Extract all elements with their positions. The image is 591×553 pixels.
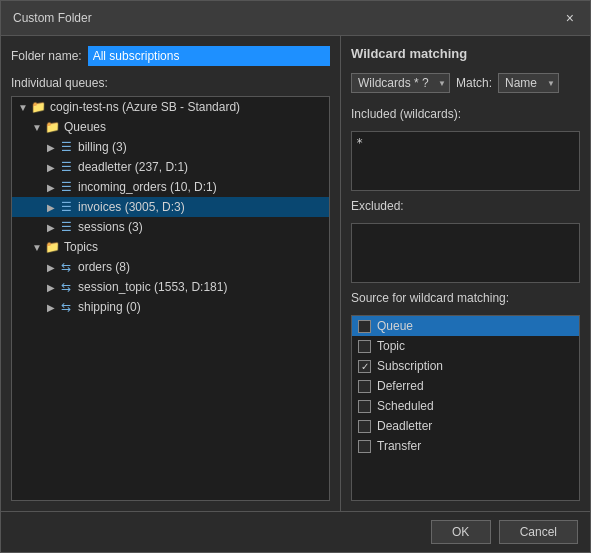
folder-name-row: Folder name: (11, 46, 330, 66)
source-item-label: Queue (377, 319, 413, 333)
deadletter-checkbox[interactable] (358, 420, 371, 433)
tree-label: Queues (64, 120, 106, 134)
wildcard-select-wrapper[interactable]: Wildcards * ? (351, 73, 450, 93)
source-item-label: Subscription (377, 359, 443, 373)
expand-arrow: ▶ (44, 182, 58, 193)
source-item-label: Deadletter (377, 419, 432, 433)
wildcard-section-title: Wildcard matching (351, 46, 580, 61)
topic-icon: ⇆ (58, 279, 74, 295)
dialog-title: Custom Folder (13, 11, 92, 25)
subscription-checkbox[interactable]: ✓ (358, 360, 371, 373)
expand-arrow: ▼ (16, 102, 30, 113)
source-item-queue[interactable]: Queue (352, 316, 579, 336)
close-button[interactable]: × (562, 9, 578, 27)
source-item-label: Topic (377, 339, 405, 353)
tree-item[interactable]: ▶ ⇆ shipping (0) (12, 297, 329, 317)
included-textarea[interactable]: * (351, 131, 580, 191)
excluded-label: Excluded: (351, 199, 580, 213)
transfer-checkbox[interactable] (358, 440, 371, 453)
source-item-label: Scheduled (377, 399, 434, 413)
source-item-label: Transfer (377, 439, 421, 453)
source-label: Source for wildcard matching: (351, 291, 580, 305)
topic-checkbox[interactable] (358, 340, 371, 353)
expand-arrow: ▶ (44, 262, 58, 273)
deferred-checkbox[interactable] (358, 380, 371, 393)
included-label: Included (wildcards): (351, 107, 580, 121)
ok-button[interactable]: OK (431, 520, 491, 544)
tree-item[interactable]: ▼ 📁 cogin-test-ns (Azure SB - Standard) (12, 97, 329, 117)
source-item-transfer[interactable]: Transfer (352, 436, 579, 456)
folder-icon: 📁 (44, 239, 60, 255)
custom-folder-dialog: Custom Folder × Folder name: Individual … (0, 0, 591, 553)
tree-item[interactable]: ▶ ☰ billing (3) (12, 137, 329, 157)
tree-label: session_topic (1553, D:181) (78, 280, 227, 294)
tree-label: invoices (3005, D:3) (78, 200, 185, 214)
source-item-label: Deferred (377, 379, 424, 393)
right-panel: Wildcard matching Wildcards * ? Match: N… (341, 36, 590, 511)
expand-arrow: ▶ (44, 222, 58, 233)
topic-icon: ⇆ (58, 299, 74, 315)
queue-checkbox[interactable] (358, 320, 371, 333)
topic-icon: ⇆ (58, 259, 74, 275)
tree-item-invoices[interactable]: ▶ ☰ invoices (3005, D:3) (12, 197, 329, 217)
tree-label: incoming_orders (10, D:1) (78, 180, 217, 194)
scheduled-checkbox[interactable] (358, 400, 371, 413)
expand-arrow: ▶ (44, 302, 58, 313)
tree-item[interactable]: ▼ 📁 Topics (12, 237, 329, 257)
tree-item[interactable]: ▶ ☰ deadletter (237, D:1) (12, 157, 329, 177)
tree-label: cogin-test-ns (Azure SB - Standard) (50, 100, 240, 114)
expand-arrow: ▶ (44, 282, 58, 293)
left-panel: Folder name: Individual queues: ▼ 📁 cogi… (1, 36, 341, 511)
match-select-wrapper[interactable]: Name (498, 73, 559, 93)
tree-label: sessions (3) (78, 220, 143, 234)
wildcard-controls: Wildcards * ? Match: Name (351, 73, 580, 93)
source-item-subscription[interactable]: ✓ Subscription (352, 356, 579, 376)
excluded-textarea[interactable] (351, 223, 580, 283)
tree-label: deadletter (237, D:1) (78, 160, 188, 174)
expand-arrow: ▼ (30, 242, 44, 253)
match-select[interactable]: Name (498, 73, 559, 93)
match-label: Match: (456, 76, 492, 90)
expand-arrow: ▶ (44, 162, 58, 173)
wildcard-select[interactable]: Wildcards * ? (351, 73, 450, 93)
queues-label: Individual queues: (11, 76, 330, 90)
tree-item[interactable]: ▼ 📁 Queues (12, 117, 329, 137)
tree-container[interactable]: ▼ 📁 cogin-test-ns (Azure SB - Standard) … (11, 96, 330, 501)
folder-name-input[interactable] (88, 46, 330, 66)
tree-label: shipping (0) (78, 300, 141, 314)
source-item-deadletter[interactable]: Deadletter (352, 416, 579, 436)
source-item-scheduled[interactable]: Scheduled (352, 396, 579, 416)
folder-name-label: Folder name: (11, 49, 82, 63)
expand-arrow: ▼ (30, 122, 44, 133)
queue-icon: ☰ (58, 219, 74, 235)
tree-item[interactable]: ▶ ☰ sessions (3) (12, 217, 329, 237)
queue-icon: ☰ (58, 139, 74, 155)
queue-icon: ☰ (58, 179, 74, 195)
source-item-deferred[interactable]: Deferred (352, 376, 579, 396)
tree-item[interactable]: ▶ ⇆ session_topic (1553, D:181) (12, 277, 329, 297)
queue-icon: ☰ (58, 199, 74, 215)
tree-label: orders (8) (78, 260, 130, 274)
tree-label: Topics (64, 240, 98, 254)
folder-icon: 📁 (44, 119, 60, 135)
dialog-footer: OK Cancel (1, 511, 590, 552)
expand-arrow: ▶ (44, 142, 58, 153)
source-item-topic[interactable]: Topic (352, 336, 579, 356)
expand-arrow: ▶ (44, 202, 58, 213)
title-bar: Custom Folder × (1, 1, 590, 36)
folder-icon: 📁 (30, 99, 46, 115)
tree-label: billing (3) (78, 140, 127, 154)
queue-icon: ☰ (58, 159, 74, 175)
cancel-button[interactable]: Cancel (499, 520, 578, 544)
dialog-body: Folder name: Individual queues: ▼ 📁 cogi… (1, 36, 590, 511)
source-list[interactable]: Queue Topic ✓ Subscription Deferred (351, 315, 580, 501)
tree-item[interactable]: ▶ ☰ incoming_orders (10, D:1) (12, 177, 329, 197)
tree-item[interactable]: ▶ ⇆ orders (8) (12, 257, 329, 277)
